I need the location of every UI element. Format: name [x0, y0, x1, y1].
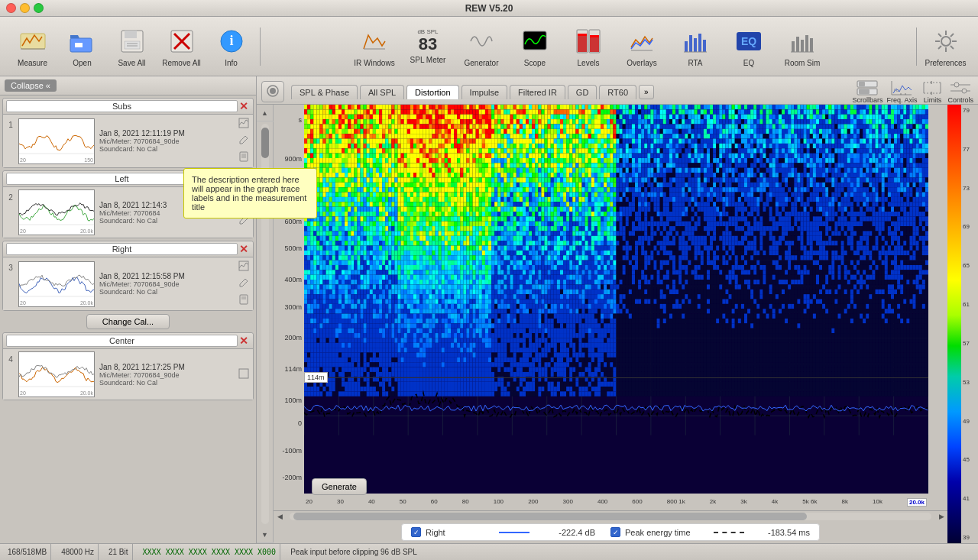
ir-windows-button[interactable]: IR Windows [350, 21, 400, 73]
meas-edit-btn-2[interactable] [238, 214, 250, 228]
scope-icon [520, 26, 550, 57]
scroll-left-button[interactable]: ◀ [274, 511, 286, 522]
controls-control[interactable]: Controls [947, 79, 973, 104]
collapse-button[interactable]: Collapse « [5, 79, 57, 92]
group-subs-name-input[interactable] [6, 100, 238, 112]
meas-edit-btn-3[interactable] [238, 277, 250, 291]
remove-all-button[interactable]: Remove All [157, 21, 206, 73]
svg-rect-22 [685, 41, 688, 52]
limits-control[interactable]: Limits [921, 79, 944, 104]
tab-filtered-ir[interactable]: Filtered IR [510, 85, 565, 99]
y-label-114m: 114m [284, 365, 302, 373]
group-center-header: ✕ [3, 333, 253, 349]
thumb-left-label-1: 20 [20, 157, 26, 163]
generate-button[interactable]: Generate [312, 478, 367, 495]
tab-distortion[interactable]: Distortion [406, 85, 458, 99]
meas-graph-btn-1[interactable] [238, 117, 250, 131]
tab-gd[interactable]: GD [568, 85, 597, 99]
x-label-800: 800 1k [667, 498, 685, 507]
preferences-button[interactable]: Preferences [921, 21, 970, 73]
meas-graph-btn-3[interactable] [238, 260, 250, 274]
save-all-label: Save All [118, 59, 145, 67]
spl-meter-label: SPL Meter [410, 56, 446, 64]
room-sim-button[interactable]: Room Sim [778, 21, 827, 73]
tab-rt60[interactable]: RT60 [599, 85, 636, 99]
capture-button[interactable] [261, 81, 284, 102]
sidebar-scroll[interactable]: ✕ 1 20 150 Jan 8, 2021 12:11:19 PM Mic/M… [0, 95, 256, 543]
limits-icon [921, 79, 944, 96]
change-cal-button[interactable]: Change Cal... [86, 314, 170, 329]
color-label-79: 79 [963, 107, 970, 114]
meas-actions-1 [238, 117, 250, 165]
rta-button[interactable]: RTA [671, 21, 721, 73]
legend-label-peak: Peak energy time [625, 528, 709, 537]
x-label-200: 200 [528, 498, 538, 507]
group-subs-close-button[interactable]: ✕ [238, 100, 250, 112]
app-title: REW V5.20 [465, 3, 513, 14]
status-memory: 168/518MB [4, 544, 51, 560]
scroll-right-button[interactable]: ▶ [935, 511, 947, 522]
ir-windows-icon [359, 26, 390, 57]
preferences-icon [931, 26, 961, 57]
thumb-right-label-2: 20.0k [80, 228, 93, 234]
h-scroll-track[interactable] [290, 513, 931, 520]
group-center-close-button[interactable]: ✕ [238, 335, 250, 347]
info-label: Info [225, 59, 238, 67]
group-right-name-input[interactable] [6, 243, 238, 255]
group-left-name-input[interactable] [6, 173, 238, 185]
info-button[interactable]: i Info [206, 21, 256, 73]
freq-axis-icon: Hz [890, 79, 913, 96]
legend-line-peak [714, 532, 744, 533]
maximize-button[interactable] [34, 3, 44, 13]
tab-row: SPL & Phase All SPL Distortion Impulse F… [257, 76, 978, 105]
group-left-close-button[interactable]: ✕ [238, 173, 250, 185]
eq-button[interactable]: EQ EQ [724, 21, 774, 73]
measure-button[interactable]: Measure [8, 21, 57, 73]
scroll-up-button[interactable]: ▲ [257, 105, 274, 121]
y-label-300m: 300m [284, 303, 302, 311]
thumb-left-label-4: 20 [20, 390, 26, 396]
tab-all-spl[interactable]: All SPL [360, 85, 404, 99]
meas-edit-btn-1[interactable] [238, 134, 250, 148]
group-left: ✕ 2 20 20.0k Jan 8, 2021 12:14:3 Mic/Met… [2, 170, 254, 238]
freq-axis-control[interactable]: Hz Freq. Axis [886, 79, 917, 104]
legend-item-peak: ✓ Peak energy time -183.54 ms [610, 527, 810, 537]
overlays-button[interactable]: Overlays [617, 21, 667, 73]
spl-meter-button[interactable]: dB SPL 83 SPL Meter [403, 21, 453, 73]
group-right-close-button[interactable]: ✕ [238, 243, 250, 255]
svg-rect-52 [240, 295, 248, 304]
waterfall-canvas[interactable] [304, 105, 928, 494]
window-controls[interactable] [6, 3, 44, 13]
legend-value-right: -222.4 dB [534, 528, 595, 537]
svg-text:i: i [229, 33, 233, 48]
y-label-400m: 400m [284, 276, 302, 283]
svg-rect-30 [792, 41, 795, 52]
group-center-name-input[interactable] [6, 335, 238, 347]
meas-graph-btn-2[interactable] [238, 197, 250, 212]
y-label-0: 0 [298, 419, 302, 427]
meas-date-4: Jan 8, 2021 12:17:25 PM [99, 363, 235, 371]
minimize-button[interactable] [20, 3, 30, 13]
tab-spl-phase[interactable]: SPL & Phase [291, 85, 358, 99]
meas-graph-btn-4[interactable] [238, 367, 250, 382]
meas-sound-1: Soundcard: No Cal [99, 145, 235, 153]
meas-doc-btn-1[interactable] [238, 151, 250, 165]
preferences-label: Preferences [925, 59, 967, 67]
tab-more-button[interactable]: » [639, 85, 654, 99]
info-icon: i [216, 26, 247, 57]
levels-button[interactable]: Levels [564, 21, 614, 73]
open-button[interactable]: Open [57, 21, 107, 73]
meas-doc-btn-3[interactable] [238, 293, 250, 308]
scrollbars-control[interactable]: Scrollbars [852, 79, 882, 104]
scope-button[interactable]: Scope [510, 21, 560, 73]
svg-rect-61 [859, 89, 870, 94]
titlebar: REW V5.20 [0, 0, 978, 17]
legend-checkbox-peak[interactable]: ✓ [610, 527, 620, 537]
save-all-button[interactable]: Save All [107, 21, 157, 73]
close-button[interactable] [6, 3, 16, 13]
tab-impulse[interactable]: Impulse [461, 85, 508, 99]
legend-checkbox-right[interactable]: ✓ [411, 527, 421, 537]
generator-button[interactable]: Generator [457, 21, 507, 73]
scroll-track[interactable] [261, 124, 269, 524]
scroll-down-button[interactable]: ▼ [257, 526, 274, 543]
